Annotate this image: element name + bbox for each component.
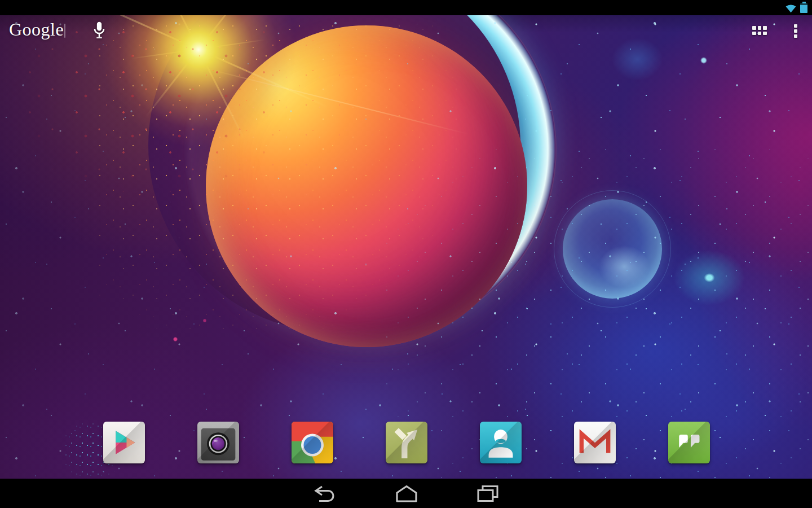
overflow-menu-icon[interactable] [794, 24, 797, 38]
sun-ray [131, 39, 266, 59]
microphone-icon[interactable] [91, 21, 107, 41]
back-arrow-icon [314, 485, 336, 502]
dock-icon-chrome[interactable] [292, 422, 333, 463]
menu-dot [794, 24, 797, 28]
search-divider [64, 24, 65, 38]
grid-dot [763, 32, 767, 36]
dock-icon-camera[interactable] [197, 422, 239, 463]
battery-icon [800, 3, 807, 13]
lens-flare-streak [162, 57, 469, 134]
menu-dot [794, 34, 797, 38]
sun-ray [152, 0, 245, 141]
google-search-logo[interactable]: Google [9, 19, 64, 40]
blue-planet-shadow-side [148, 0, 520, 332]
system-nav-bar [0, 479, 812, 508]
grid-dot [763, 26, 767, 30]
dock-icon-hangouts[interactable] [668, 422, 710, 463]
orange-speckles [96, 20, 462, 336]
recent-apps-icon [476, 485, 499, 502]
menu-dot [794, 29, 797, 33]
home-button[interactable] [393, 484, 420, 503]
red-speckles [23, 23, 271, 192]
grid-dot [758, 26, 762, 30]
android-home-screen: Google [0, 0, 812, 508]
blue-crescent-planet [183, 0, 555, 336]
starburst-sun [97, 0, 300, 151]
all-apps-grid-icon[interactable] [752, 26, 767, 35]
grid-dot [752, 26, 756, 30]
wifi-icon [785, 3, 797, 13]
grid-dot [752, 32, 756, 36]
dock-icon-navigation[interactable] [386, 422, 427, 463]
grid-dot [758, 32, 762, 36]
status-bar[interactable] [0, 0, 812, 15]
dock-icon-gmail[interactable] [574, 422, 616, 463]
home-icon [394, 485, 419, 502]
orange-planet [206, 25, 527, 347]
dock-icon-play-store[interactable] [103, 422, 145, 463]
sun-ray [69, 0, 328, 108]
sun-ray [145, 0, 251, 117]
recents-button[interactable] [474, 484, 501, 503]
small-blue-moon [563, 199, 662, 299]
dock-icon-people[interactable] [480, 422, 522, 463]
back-button[interactable] [311, 484, 338, 503]
